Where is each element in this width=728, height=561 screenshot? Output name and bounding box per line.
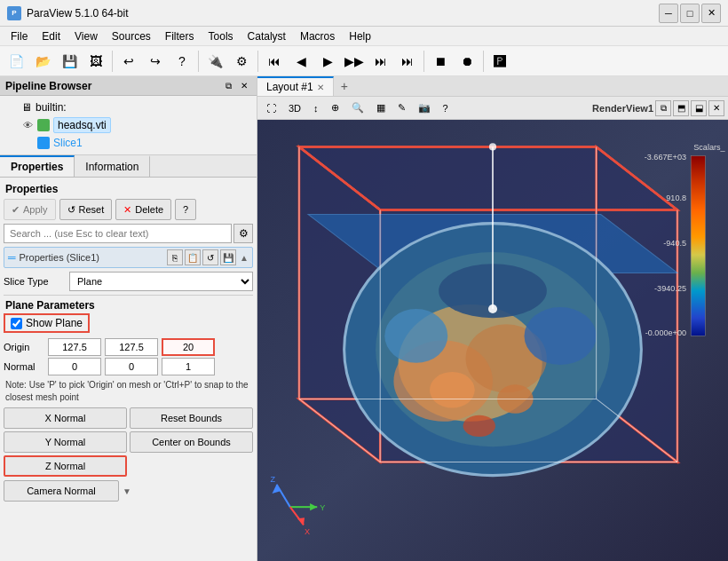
z-normal-button[interactable]: Z Normal (4, 455, 127, 477)
disconnect-button[interactable]: ⚙ (229, 49, 254, 74)
svg-point-18 (525, 307, 597, 365)
origin-row: Origin (4, 338, 253, 356)
select-btn[interactable]: ▦ (371, 99, 391, 117)
camera-normal-button[interactable]: Camera Normal (4, 480, 119, 502)
show-plane-row: Show Plane (4, 313, 90, 333)
properties-panel: Properties Information Properties ✔ Appl… (0, 155, 257, 561)
reset-button[interactable]: ↺ Reset (59, 199, 113, 220)
last-frame[interactable]: ⏭ (395, 49, 420, 74)
prev-frame[interactable]: ◀ (289, 49, 313, 74)
y-normal-button[interactable]: Y Normal (4, 431, 127, 453)
origin-y-input[interactable] (105, 338, 158, 356)
maximize-button[interactable]: □ (680, 4, 700, 23)
help-button[interactable]: ? (170, 49, 194, 74)
origin-x-input[interactable] (48, 338, 101, 356)
connect-button[interactable]: 🔌 (202, 49, 227, 74)
x-normal-button[interactable]: X Normal (4, 407, 127, 429)
main-toolbar: 📄 📂 💾 🖼 ↩ ↪ ? 🔌 ⚙ ⏮ ◀ ▶ ▶▶ ⏭ ⏭ ⏹ ⏺ 🅿 (0, 46, 728, 76)
search-input[interactable] (4, 224, 232, 243)
render-canvas[interactable]: -3.667E+03 910.8 -940.5 -3940.25 -0.000e… (257, 120, 728, 561)
reset-bounds-button[interactable]: Reset Bounds (130, 407, 253, 429)
filter-copy-btn[interactable]: ⎘ (167, 249, 183, 265)
reset-icon: ↺ (67, 204, 75, 216)
render-close[interactable]: ✕ (708, 100, 724, 116)
scene-svg: -3.667E+03 910.8 -940.5 -3940.25 -0.000e… (257, 120, 728, 561)
filter-save-btn[interactable]: 💾 (220, 249, 236, 265)
minimize-button[interactable]: ─ (659, 4, 678, 23)
title-bar-left: P ParaView 5.1.0 64-bit (7, 6, 129, 20)
normal-y-input[interactable] (105, 358, 158, 375)
menu-view[interactable]: View (67, 27, 105, 46)
menu-catalyst[interactable]: Catalyst (241, 27, 293, 46)
menu-sources[interactable]: Sources (105, 27, 158, 46)
filter-paste-btn[interactable]: 📋 (185, 249, 201, 265)
slice-type-label: Slice Type (4, 276, 66, 287)
help-render-btn[interactable]: ? (438, 99, 454, 117)
svg-rect-34 (691, 156, 705, 336)
new-button[interactable]: 📄 (4, 49, 28, 74)
save-button[interactable]: 💾 (57, 49, 82, 74)
menu-tools[interactable]: Tools (202, 27, 241, 46)
pipeline-float-btn[interactable]: ⧉ (221, 79, 235, 93)
filter-reload-btn[interactable]: ↺ (202, 249, 218, 265)
annotate-btn[interactable]: ✎ (392, 99, 411, 117)
3d-btn[interactable]: 3D (283, 99, 306, 117)
slice1-icon (37, 137, 50, 149)
pipeline-item-slice1[interactable]: Slice1 (0, 135, 257, 151)
interact-btn[interactable]: ↕ (308, 99, 324, 117)
undo-button[interactable]: ↩ (116, 49, 141, 74)
cylinder-icon: 🖥 (21, 101, 32, 114)
tab-properties[interactable]: Properties (0, 155, 75, 177)
eye-icon-builtin (5, 101, 18, 114)
menu-macros[interactable]: Macros (293, 27, 342, 46)
render-split-v[interactable]: ⬓ (691, 100, 707, 116)
pipeline-close-btn[interactable]: ✕ (237, 79, 251, 93)
play-button[interactable]: ▶ (315, 49, 340, 74)
save-screenshot[interactable]: 🖼 (83, 49, 108, 74)
sep3 (257, 51, 258, 72)
first-frame[interactable]: ⏮ (262, 49, 287, 74)
add-layout-button[interactable]: + (334, 76, 355, 96)
layout-tab-close[interactable]: ✕ (317, 83, 324, 92)
pipeline-item-headsq[interactable]: 👁 headsq.vti (0, 115, 257, 135)
redo-button[interactable]: ↪ (143, 49, 168, 74)
normal-z-input[interactable] (162, 358, 215, 375)
stop-button[interactable]: ⏹ (428, 49, 453, 74)
tab-information[interactable]: Information (75, 155, 150, 177)
pick-btn[interactable]: ⊕ (326, 99, 344, 117)
menu-filters[interactable]: Filters (158, 27, 202, 46)
delete-button[interactable]: ✕ Delete (115, 199, 171, 220)
headsq-icon (37, 119, 50, 131)
menu-file[interactable]: File (4, 27, 35, 46)
play-mode[interactable]: ▶▶ (342, 49, 367, 74)
reset-camera-btn[interactable]: ⛶ (261, 99, 281, 117)
show-plane-label: Show Plane (26, 317, 83, 329)
show-plane-checkbox[interactable] (11, 318, 22, 329)
left-panel: Pipeline Browser ⧉ ✕ 🖥 builtin: 👁 head (0, 76, 257, 561)
apply-button[interactable]: ✔ Apply (4, 199, 56, 220)
zoom-btn[interactable]: 🔍 (346, 99, 369, 117)
render-split-h[interactable]: ⬒ (673, 100, 689, 116)
svg-point-17 (384, 309, 447, 363)
slice-type-select[interactable]: Plane (69, 272, 253, 291)
eye-icon-headsq: 👁 (21, 119, 34, 131)
menu-help[interactable]: Help (342, 27, 378, 46)
search-gear-button[interactable]: ⚙ (233, 224, 253, 243)
layout-tab[interactable]: Layout #1 ✕ (257, 76, 334, 96)
render-float-btn[interactable]: ⧉ (655, 100, 671, 116)
menu-edit[interactable]: Edit (35, 27, 67, 46)
record-button[interactable]: ⏺ (455, 49, 479, 74)
help-prop-button[interactable]: ? (175, 199, 196, 220)
pipeline-browser-controls: ⧉ ✕ (221, 79, 251, 93)
render-toolbar: ⛶ 3D ↕ ⊕ 🔍 ▦ ✎ 📷 ? RenderView1 ⧉ ⬒ ⬓ ✕ (257, 97, 728, 120)
next-frame[interactable]: ⏭ (368, 49, 393, 74)
headsq-label: headsq.vti (53, 117, 111, 133)
close-button[interactable]: ✕ (701, 4, 721, 23)
cam-orient-btn[interactable]: 📷 (413, 99, 436, 117)
center-bounds-button[interactable]: Center on Bounds (130, 431, 253, 453)
origin-z-input[interactable] (162, 338, 215, 356)
paraview-button[interactable]: 🅿 (487, 49, 512, 74)
normal-x-input[interactable] (48, 358, 101, 375)
open-button[interactable]: 📂 (30, 49, 55, 74)
pipeline-item-builtin[interactable]: 🖥 builtin: (0, 99, 257, 115)
